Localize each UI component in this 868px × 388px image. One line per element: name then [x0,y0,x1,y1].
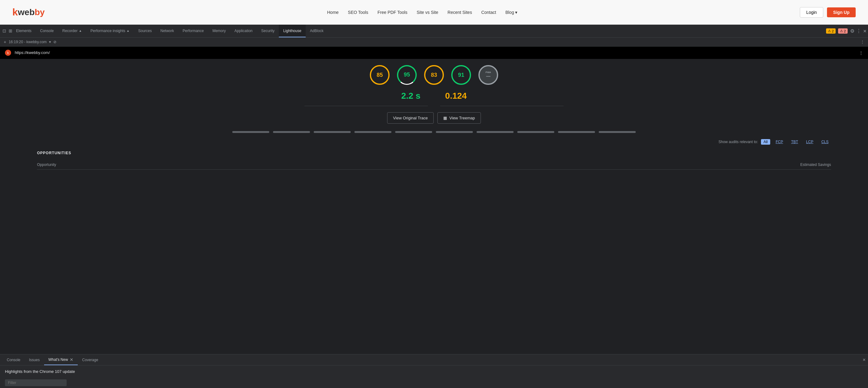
table-header: Opportunity Estimated Savings [37,160,831,170]
tab-lighthouse[interactable]: Lighthouse [279,25,306,37]
error-badge[interactable]: ⚠ 2 [838,28,848,34]
show-audits-row: Show audits relevant to: All FCP TBT LCP… [0,139,868,144]
filter-all[interactable]: All [761,139,770,144]
website-header: kwebby Home SEO Tools Free PDF Tools Sit… [0,0,868,25]
url-more-icon[interactable]: ⋮ [859,51,863,55]
drawer-tab-coverage[interactable]: Coverage [78,354,102,365]
warn-icon: ⚠ [828,29,831,33]
tab-memory[interactable]: Memory [208,25,230,37]
url-bar-more[interactable]: ⋮ [861,40,864,44]
drawer-tab-issues[interactable]: Issues [25,354,44,365]
cat-bar-5[interactable] [395,131,432,133]
filter-lcp[interactable]: LCP [804,139,815,144]
drawer-search-input[interactable] [5,379,67,386]
score-pwa[interactable]: PWA — [478,65,498,85]
site-icon: k [5,50,11,56]
drawer-tabs: Console Issues What's New ✕ Coverage × [0,354,868,365]
more-icon[interactable]: ⋮ [856,28,861,34]
cat-bar-10[interactable] [599,131,636,133]
cat-bar-4[interactable] [354,131,392,133]
tab-security[interactable]: Security [257,25,279,37]
devtools-settings: ⚙ ⋮ ✕ [850,28,867,34]
nav-free-pdf-tools[interactable]: Free PDF Tools [377,10,407,15]
url-row: k https://kwebby.com/ [5,50,50,56]
tab-performance-insights[interactable]: Performance insights ▲ [86,25,134,37]
tabs-right-actions: ⚠ 2 ⚠ 2 ⚙ ⋮ ✕ [826,28,867,34]
drawer-tab-console[interactable]: Console [2,354,25,365]
show-audits-label: Show audits relevant to: [718,140,758,144]
url-bar: + 16:19:20 - kwebby.com ▾ ⊘ ⋮ [0,38,868,46]
cat-bar-3[interactable] [314,131,351,133]
cat-bar-9[interactable] [558,131,595,133]
nav-recent-sites[interactable]: Recent Sites [447,10,472,15]
cat-bar-7[interactable] [476,131,514,133]
tab-recorder[interactable]: Recorder ▲ [58,25,86,37]
buttons-row: View Original Trace ▦ View Treemap [0,112,868,124]
score-performance[interactable]: 85 [370,65,390,85]
nav-home[interactable]: Home [327,10,338,15]
score-accessibility[interactable]: 95 [397,65,417,85]
cat-bar-8[interactable] [517,131,554,133]
tab-console[interactable]: Console [36,25,58,37]
dropdown-arrow-icon[interactable]: ▾ [49,40,51,44]
url-display: k https://kwebby.com/ ⋮ [0,46,868,59]
filter-cls[interactable]: CLS [819,139,831,144]
metrics-row: 2.2 s 0.124 [0,91,868,101]
drawer-highlight-text: Highlights from the Chrome 107 update [5,369,75,374]
col-opportunity: Opportunity [37,163,56,167]
error-icon: ⚠ [840,29,843,33]
login-button[interactable]: Login [800,7,823,18]
sidebar-toggle-icon[interactable]: ⊞ [9,28,12,33]
tab-application[interactable]: Application [230,25,257,37]
page-url: https://kwebby.com/ [15,50,50,55]
logo: kwebby [12,6,45,18]
logo-by: by [35,7,45,17]
view-treemap-button[interactable]: ▦ View Treemap [437,112,481,124]
score-seo[interactable]: 91 [451,65,471,85]
cat-bar-2[interactable] [273,131,310,133]
tab-network[interactable]: Network [156,25,178,37]
cat-bar-1[interactable] [232,131,269,133]
perf-insights-icon: ▲ [126,29,129,32]
drawer-tab-whats-new[interactable]: What's New ✕ [44,354,78,365]
error-count: 2 [844,29,846,33]
col-savings: Estimated Savings [801,163,831,167]
drawer-subbar [0,378,868,388]
tab-sources[interactable]: Sources [134,25,156,37]
close-whats-new-icon[interactable]: ✕ [70,357,73,362]
nav-seo-tools[interactable]: SEO Tools [348,10,368,15]
drawer-content: Highlights from the Chrome 107 update [0,365,868,378]
nav-actions: Login Sign Up [800,7,856,18]
nav-blog[interactable]: Blog ▾ [505,10,517,15]
score-best-practices[interactable]: 83 [424,65,444,85]
recorder-icon: ▲ [79,29,82,32]
left-divider [305,106,428,106]
timestamp: 16:19:20 - kwebby.com [9,40,46,44]
tab-elements[interactable]: ⊡ ⊞ Elements [1,25,36,37]
metric-left: 2.2 s [401,91,421,101]
view-trace-button[interactable]: View Original Trace [387,112,433,124]
warn-count: 2 [832,29,834,33]
tab-performance[interactable]: Performance [178,25,208,37]
close-devtools-icon[interactable]: ✕ [863,29,867,34]
nav-site-vs-site[interactable]: Site vs Site [417,10,438,15]
signup-button[interactable]: Sign Up [827,7,856,17]
category-bars [0,131,868,133]
metric-right: 0.124 [445,91,467,101]
stop-recording-icon[interactable]: ⊘ [53,40,57,44]
scores-row: 85 95 83 91 PWA — [0,65,868,85]
tab-adblock[interactable]: AdBlock [306,25,328,37]
logo-k: k [12,6,18,18]
close-drawer-icon[interactable]: × [863,357,866,363]
back-icon[interactable]: + [4,39,6,44]
devtools-panel: ⊡ ⊞ Elements Console Recorder ▲ Performa… [0,25,868,388]
settings-icon[interactable]: ⚙ [850,28,855,34]
filter-tbt[interactable]: TBT [789,139,801,144]
logo-web: web [18,7,35,17]
panel-toggle-icon[interactable]: ⊡ [2,28,6,33]
nav-contact[interactable]: Contact [481,10,496,15]
filter-fcp[interactable]: FCP [773,139,786,144]
cat-bar-6[interactable] [436,131,473,133]
treemap-icon: ▦ [443,116,447,120]
warn-badge[interactable]: ⚠ 2 [826,28,836,34]
